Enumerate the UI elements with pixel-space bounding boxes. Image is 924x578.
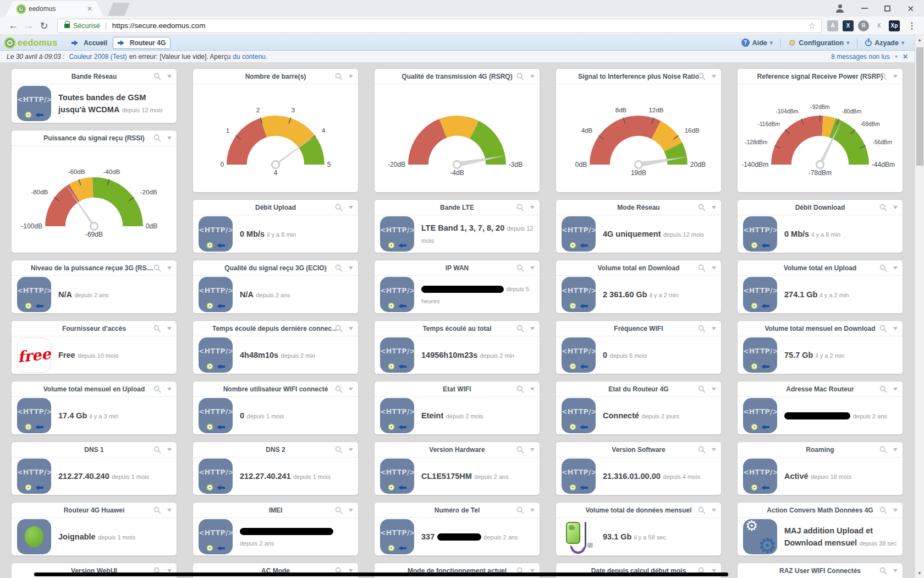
notification-device-link[interactable]: Couleur 2008 (Test) <box>69 53 127 61</box>
search-icon[interactable] <box>516 385 524 395</box>
scroll-up-icon[interactable]: ▲ <box>915 35 924 45</box>
search-icon[interactable] <box>879 385 887 395</box>
search-icon[interactable] <box>879 204 887 214</box>
chevron-down-icon[interactable] <box>349 388 353 393</box>
bookmark-star-icon[interactable]: ☆ <box>808 20 816 31</box>
unread-messages-link[interactable]: 8 messages non lus <box>831 53 890 61</box>
search-icon[interactable] <box>153 264 161 274</box>
chevron-down-icon[interactable] <box>712 448 716 454</box>
chevron-down-icon[interactable] <box>893 327 898 332</box>
search-icon[interactable] <box>153 385 161 395</box>
scroll-down-icon[interactable]: ▼ <box>915 569 924 578</box>
scrollbar-thumb[interactable] <box>916 47 923 166</box>
search-icon[interactable] <box>698 264 706 274</box>
new-tab-button[interactable] <box>108 3 130 16</box>
chevron-down-icon[interactable] <box>712 266 716 272</box>
chevron-down-icon[interactable] <box>530 266 535 272</box>
breadcrumb-home[interactable]: Accueil <box>72 39 107 47</box>
search-icon[interactable] <box>516 446 524 456</box>
search-icon[interactable] <box>698 385 706 395</box>
chevron-down-icon[interactable] <box>167 448 172 454</box>
chevron-down-icon[interactable] <box>530 75 535 80</box>
profile-icon[interactable] <box>835 4 845 13</box>
minimize-button[interactable] <box>861 8 868 9</box>
chevron-down-icon[interactable] <box>893 75 898 80</box>
chevron-down-icon[interactable] <box>167 266 172 272</box>
search-icon[interactable] <box>698 446 706 456</box>
chevron-down-icon[interactable] <box>712 327 716 332</box>
search-icon[interactable] <box>153 506 161 516</box>
chevron-down-icon[interactable] <box>349 509 353 514</box>
reload-button[interactable]: ↻ <box>36 20 52 32</box>
chevron-down-icon[interactable] <box>167 388 172 393</box>
search-icon[interactable] <box>153 73 161 83</box>
brand-logo[interactable]: eedomus <box>6 38 57 48</box>
notification-content-link[interactable]: du contenu. <box>233 53 267 61</box>
close-button[interactable]: ✕ <box>907 4 914 13</box>
chevron-down-icon[interactable] <box>349 266 353 272</box>
search-icon[interactable] <box>698 325 706 335</box>
chevron-down-icon[interactable]: ▾ <box>895 53 898 59</box>
search-icon[interactable] <box>879 325 887 335</box>
chevron-down-icon[interactable] <box>893 388 898 393</box>
extension-icon[interactable]: Xp <box>889 20 900 31</box>
search-icon[interactable] <box>335 446 343 456</box>
search-icon[interactable] <box>698 73 706 83</box>
extension-icon[interactable]: R <box>858 20 869 31</box>
back-button[interactable]: ← <box>6 20 21 31</box>
search-icon[interactable] <box>516 506 524 516</box>
search-icon[interactable] <box>335 204 343 214</box>
extension-icon[interactable]: X <box>843 20 854 31</box>
chevron-down-icon[interactable] <box>530 448 535 454</box>
search-icon[interactable] <box>516 325 524 335</box>
search-icon[interactable] <box>153 446 161 456</box>
chevron-down-icon[interactable] <box>349 75 353 80</box>
search-icon[interactable] <box>335 264 343 274</box>
search-icon[interactable] <box>335 73 343 83</box>
search-icon[interactable] <box>879 506 887 516</box>
chevron-down-icon[interactable] <box>893 509 898 514</box>
tab-close-icon[interactable]: ✕ <box>87 5 92 13</box>
address-bar[interactable]: Sécurisé | https://secure.eedomus.com ☆ <box>57 19 822 33</box>
search-icon[interactable] <box>698 506 706 516</box>
search-icon[interactable] <box>516 204 524 214</box>
extension-icon[interactable]: X <box>873 20 884 31</box>
chevron-down-icon[interactable] <box>893 266 898 272</box>
chevron-down-icon[interactable] <box>712 206 716 211</box>
search-icon[interactable] <box>153 134 161 144</box>
search-icon[interactable] <box>698 204 706 214</box>
chevron-down-icon[interactable] <box>530 327 535 332</box>
url-text[interactable]: https://secure.eedomus.com <box>112 21 808 30</box>
chevron-down-icon[interactable] <box>712 509 716 514</box>
breadcrumb-routeur4g[interactable]: Routeur 4G <box>113 37 170 49</box>
extension-icon[interactable]: A <box>827 20 838 31</box>
chevron-down-icon[interactable] <box>893 569 898 575</box>
chevron-down-icon[interactable] <box>349 448 353 454</box>
search-icon[interactable] <box>879 567 887 577</box>
chevron-down-icon[interactable] <box>530 206 535 211</box>
search-icon[interactable] <box>516 264 524 274</box>
chevron-down-icon[interactable] <box>893 448 898 454</box>
chevron-down-icon[interactable] <box>349 327 353 332</box>
forward-button[interactable]: → <box>21 20 36 31</box>
maximize-button[interactable] <box>884 6 890 12</box>
search-icon[interactable] <box>879 264 887 274</box>
chevron-down-icon[interactable] <box>712 75 716 80</box>
search-icon[interactable] <box>516 73 524 83</box>
user-menu[interactable]: Azyade ▾ <box>865 39 904 47</box>
close-notification-icon[interactable]: ✕ <box>903 53 908 61</box>
chevron-down-icon[interactable] <box>167 327 172 332</box>
chevron-down-icon[interactable] <box>167 509 172 514</box>
search-icon[interactable] <box>153 325 161 335</box>
chevron-down-icon[interactable] <box>530 509 535 514</box>
chevron-down-icon[interactable] <box>167 75 172 80</box>
search-icon[interactable] <box>879 73 887 83</box>
browser-tab[interactable]: eedomus ✕ <box>6 1 103 17</box>
chevron-down-icon[interactable] <box>530 388 535 393</box>
scrollbar[interactable]: ▲ ▼ <box>915 35 924 578</box>
search-icon[interactable] <box>879 446 887 456</box>
chevron-down-icon[interactable] <box>712 388 716 393</box>
chevron-down-icon[interactable] <box>349 206 353 211</box>
browser-menu-icon[interactable]: ⋮ <box>908 20 916 31</box>
configuration-menu[interactable]: ⚙ Configuration ▾ <box>789 38 849 48</box>
